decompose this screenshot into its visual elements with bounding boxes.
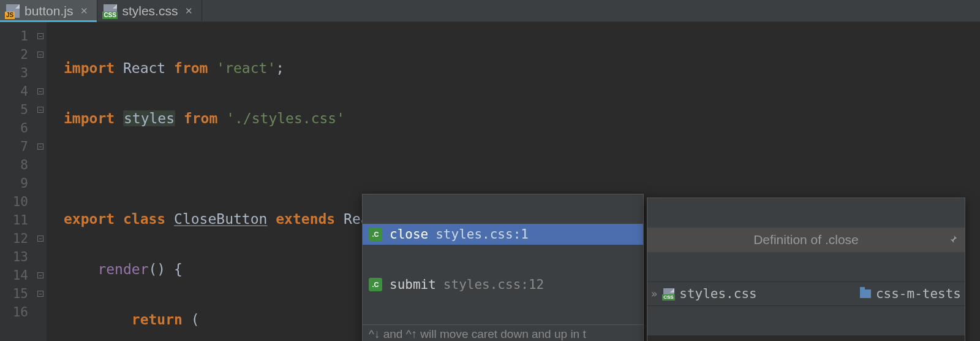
string: './styles.css' [226, 110, 345, 126]
autocomplete-location: styles.css:1 [435, 227, 529, 242]
js-file-icon: JS [6, 4, 20, 18]
method: render [97, 261, 148, 277]
fold-toggle-icon[interactable] [37, 236, 43, 242]
fold-toggle-icon[interactable] [37, 272, 43, 278]
tab-styles-css[interactable]: CSS styles.css ✕ [97, 0, 202, 21]
line-number[interactable]: 16 [0, 303, 34, 321]
definition-title-bar[interactable]: Definition of .close [647, 228, 965, 252]
line-number[interactable]: 13 [0, 248, 34, 266]
fold-toggle-icon[interactable] [37, 88, 43, 94]
punct: ; [276, 60, 284, 76]
definition-code[interactable]: .close { position: absolute; right: 0; t… [647, 335, 965, 341]
crumb-label: css-m-tests [876, 286, 961, 301]
tab-bar: JS button.js ✕ CSS styles.css ✕ [0, 0, 980, 22]
line-number[interactable]: 1 [0, 27, 34, 45]
line-number[interactable]: 8 [0, 156, 34, 174]
punct: ( [191, 312, 200, 328]
fold-toggle-icon[interactable] [37, 52, 43, 58]
css-file-icon: CSS [663, 288, 674, 299]
fold-toggle-icon[interactable] [37, 33, 43, 39]
css-file-icon: CSS [104, 4, 117, 18]
line-number[interactable]: 9 [0, 174, 34, 193]
tab-label: styles.css [122, 4, 178, 18]
autocomplete-item[interactable]: .C close styles.css:1 [363, 224, 643, 245]
autocomplete-item[interactable]: .C submit styles.css:12 [363, 274, 643, 295]
line-number[interactable]: 2 [0, 45, 34, 64]
identifier: React [123, 60, 165, 76]
autocomplete-name: close [390, 227, 428, 242]
crumb-label: styles.css [679, 286, 756, 301]
keyword: return [132, 312, 183, 328]
line-number[interactable]: 11 [0, 211, 34, 229]
line-number[interactable]: 12 [0, 229, 34, 248]
fold-column [34, 22, 47, 341]
keyword: class [123, 211, 165, 227]
definition-breadcrumb: » CSS styles.css css-m-tests [647, 282, 965, 306]
string: 'react' [216, 60, 276, 76]
line-number[interactable]: 10 [0, 193, 34, 211]
keyword: from [174, 60, 208, 76]
punct: () [148, 261, 165, 277]
punct: { [174, 261, 183, 277]
autocomplete-name: submit [390, 277, 436, 292]
close-icon[interactable]: ✕ [185, 6, 193, 17]
editor: 1 2 3 4 5 6 7 8 9 10 11 12 13 14 15 16 i… [0, 22, 980, 341]
keyword: from [184, 110, 217, 126]
keyword: import [64, 110, 115, 126]
keyword: import [64, 60, 115, 76]
identifier: styles [123, 110, 175, 126]
line-number[interactable]: 5 [0, 101, 34, 119]
css-class-icon: .C [369, 228, 382, 241]
line-number[interactable]: 3 [0, 64, 34, 82]
line-number[interactable]: 6 [0, 119, 34, 137]
fold-toggle-icon[interactable] [37, 107, 43, 113]
line-number[interactable]: 15 [0, 285, 34, 303]
keyword: export [64, 211, 115, 227]
close-icon[interactable]: ✕ [80, 6, 88, 17]
css-class-icon: .C [369, 278, 382, 291]
fold-toggle-icon[interactable] [37, 291, 43, 297]
folder-icon [860, 289, 871, 298]
tab-label: button.js [24, 4, 73, 18]
definition-file-crumb[interactable]: CSS styles.css [663, 286, 756, 301]
line-number[interactable]: 14 [0, 266, 34, 285]
pin-icon[interactable] [948, 234, 959, 245]
tab-button-js[interactable]: JS button.js ✕ [0, 0, 97, 21]
line-number[interactable]: 7 [0, 137, 34, 156]
definition-popup: Definition of .close » CSS styles.css cs… [647, 197, 965, 341]
chevron-right-icon[interactable]: » [651, 288, 657, 300]
keyword: extends [276, 211, 335, 227]
autocomplete-location: styles.css:12 [443, 277, 544, 292]
code-area[interactable]: import React from 'react'; import styles… [47, 22, 980, 341]
definition-project-crumb[interactable]: css-m-tests [860, 286, 961, 301]
autocomplete-hint: ^↓ and ^↑ will move caret down and up in… [363, 324, 643, 341]
line-number-gutter: 1 2 3 4 5 6 7 8 9 10 11 12 13 14 15 16 [0, 22, 34, 341]
fold-toggle-icon[interactable] [37, 144, 43, 150]
class-name: CloseButton [174, 211, 267, 227]
line-number[interactable]: 4 [0, 82, 34, 101]
definition-title: Definition of .close [753, 232, 859, 247]
autocomplete-popup: .C close styles.css:1 .C submit styles.c… [362, 194, 644, 341]
